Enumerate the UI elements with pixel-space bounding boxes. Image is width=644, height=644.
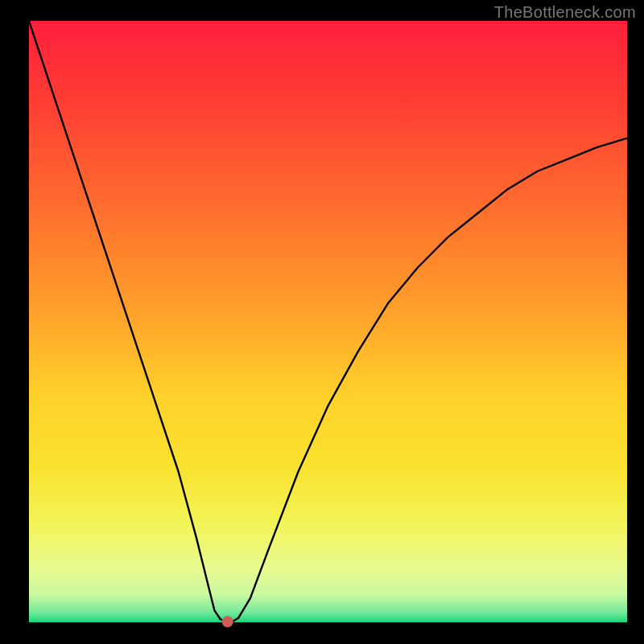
optimal-point-marker [222, 616, 233, 627]
chart-frame: TheBottleneck.com [0, 0, 644, 644]
bottleneck-chart [0, 0, 644, 644]
watermark-text: TheBottleneck.com [494, 3, 636, 22]
plot-background [29, 21, 627, 622]
